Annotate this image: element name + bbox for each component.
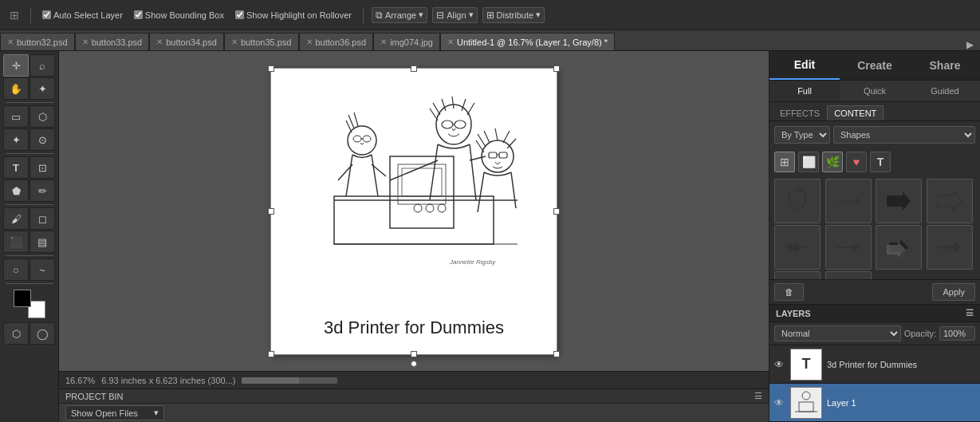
tab-create-label: Create xyxy=(857,59,892,72)
brush-tool-button[interactable]: 🖌 xyxy=(3,207,29,230)
handle-bottom-middle[interactable] xyxy=(411,351,417,357)
project-bin-title: PROJECT BIN xyxy=(65,392,124,401)
shape-apple[interactable] xyxy=(774,179,821,223)
smudge-tool-button[interactable]: ~ xyxy=(30,258,55,281)
hand-tool-button[interactable]: ✋ xyxy=(3,77,29,100)
lasso-tool-button[interactable]: ⬡ xyxy=(30,105,55,128)
delete-button[interactable]: 🗑 xyxy=(774,283,804,301)
handle-bottom-right[interactable] xyxy=(553,351,560,357)
tab-content[interactable]: CONTENT xyxy=(827,105,884,120)
shape-arrow-outline[interactable] xyxy=(927,179,973,223)
shape-arrow-simple[interactable] xyxy=(927,225,973,270)
canvas-wrapper[interactable]: Jannette Rigsby 3d Printer for Dummies xyxy=(59,51,769,371)
tab-share[interactable]: Share xyxy=(910,51,980,80)
align-dropdown[interactable]: ⊟ Align ▾ xyxy=(432,7,477,23)
paint-bucket-button[interactable]: ⬛ xyxy=(3,231,29,253)
dodge-tool-button[interactable]: ○ xyxy=(3,258,29,281)
tab-close-button35[interactable]: ✕ xyxy=(231,37,238,46)
tool-divider-3 xyxy=(6,204,53,205)
handle-bottom-left[interactable] xyxy=(268,351,274,357)
shapes-grid xyxy=(769,176,980,279)
type-tool-button[interactable]: T xyxy=(3,156,29,179)
tab-scroll-right[interactable]: ▶ xyxy=(960,39,980,50)
eraser-tool-button[interactable]: ◻ xyxy=(30,207,55,230)
shape-tool-button[interactable]: ⬟ xyxy=(3,179,29,202)
move-tool-button[interactable]: ✛ xyxy=(3,54,29,77)
tab-button34[interactable]: ✕ button34.psd xyxy=(149,33,224,50)
shape-arrow-right[interactable] xyxy=(825,225,872,270)
canvas-title-value: 3d Printer for Dummies xyxy=(324,317,504,337)
tab-button32[interactable]: ✕ button32.psd xyxy=(0,33,75,50)
sub-tab-full[interactable]: Full xyxy=(769,81,840,101)
canvas-document[interactable]: Jannette Rigsby 3d Printer for Dummies xyxy=(270,68,557,355)
tab-untitled1[interactable]: ✕ Untitled-1 @ 16.7% (Layer 1, Gray/8) * xyxy=(440,33,615,50)
extra-tool-2[interactable]: ◯ xyxy=(30,322,55,345)
tool-divider-1 xyxy=(6,102,53,103)
background-color[interactable] xyxy=(14,290,31,307)
filter-by-type-select[interactable]: By Type xyxy=(774,126,830,144)
sub-tab-guided[interactable]: Guided xyxy=(910,81,980,101)
sub-tab-quick[interactable]: Quick xyxy=(840,81,910,101)
show-highlight-toggle[interactable]: Show Highlight on Rollover xyxy=(232,9,355,22)
extra-tool-1[interactable]: ⬡ xyxy=(3,322,29,345)
layers-options-icon[interactable]: ☰ xyxy=(966,308,974,318)
layer-item-text[interactable]: 👁 T 3d Printer for Dummies xyxy=(769,345,980,384)
zoom-tool-button[interactable]: ⌕ xyxy=(30,54,55,77)
layers-section: LAYERS ☰ Normal Opacity: 👁 T 3d Printer … xyxy=(769,304,980,422)
shape-arrow-double-dots[interactable] xyxy=(774,225,821,270)
opacity-label: Opacity: xyxy=(904,329,936,338)
gradient-button[interactable]: ▤ xyxy=(30,231,55,253)
layer-item-1[interactable]: 👁 Layer 1 xyxy=(769,384,980,422)
status-progress-bar xyxy=(242,377,337,384)
handle-rotation[interactable] xyxy=(411,361,417,367)
shape-arrow-3d[interactable] xyxy=(876,225,922,270)
show-bounding-box-toggle[interactable]: Show Bounding Box xyxy=(131,9,227,22)
color-swatches[interactable] xyxy=(14,290,45,318)
tab-edit[interactable]: Edit xyxy=(769,51,840,80)
tab-effects[interactable]: EFFECTS xyxy=(773,105,827,120)
layer-blend-mode-select[interactable]: Normal xyxy=(774,325,901,341)
eyedropper-tool-button[interactable]: ✦ xyxy=(30,77,55,100)
tab-button36[interactable]: ✕ button36.psd xyxy=(299,33,374,50)
shape-arrow-dots[interactable] xyxy=(825,179,872,223)
tab-close-button32[interactable]: ✕ xyxy=(7,37,14,46)
project-bin-options-icon[interactable]: ☰ xyxy=(754,391,762,401)
pencil-tool-button[interactable]: ✏ xyxy=(30,179,55,202)
text-type-button[interactable]: T xyxy=(870,152,891,172)
filter-shapes-select[interactable]: Shapes xyxy=(833,126,975,144)
tab-close-img074[interactable]: ✕ xyxy=(380,37,387,46)
svg-marker-23 xyxy=(856,197,860,205)
magic-wand-button[interactable]: ✦ xyxy=(3,128,29,151)
frame-type-button[interactable]: ⬜ xyxy=(798,152,819,172)
tab-button35[interactable]: ✕ button35.psd xyxy=(224,33,299,50)
svg-point-37 xyxy=(802,392,810,400)
shape-arrow-curved[interactable] xyxy=(774,271,821,279)
separator2 xyxy=(363,7,364,23)
auto-select-layer-toggle[interactable]: Auto Select Layer xyxy=(39,9,126,22)
tree-type-button[interactable]: 🌿 xyxy=(822,152,843,172)
tab-img074[interactable]: ✕ img074.jpg xyxy=(373,33,440,50)
layer-visibility-1[interactable]: 👁 xyxy=(773,396,785,409)
canvas-title-text: 3d Printer for Dummies xyxy=(271,317,557,338)
tab-button33[interactable]: ✕ button33.psd xyxy=(75,33,150,50)
opacity-input[interactable] xyxy=(939,326,975,341)
all-types-button[interactable]: ⊞ xyxy=(774,152,795,172)
show-files-dropdown[interactable]: Show Open Files ▾ xyxy=(65,405,164,420)
tab-close-untitled1[interactable]: ✕ xyxy=(447,37,454,46)
shape-arrow-right2[interactable] xyxy=(825,271,872,279)
layer-visibility-text[interactable]: 👁 xyxy=(773,358,785,371)
tab-close-button34[interactable]: ✕ xyxy=(156,37,163,46)
tab-close-button33[interactable]: ✕ xyxy=(82,37,89,46)
tab-close-button36[interactable]: ✕ xyxy=(306,37,313,46)
crop-tool-button[interactable]: ⊡ xyxy=(30,156,55,179)
shape-arrow-bold[interactable] xyxy=(876,179,922,223)
arrange-dropdown[interactable]: ⧉ Arrange ▾ xyxy=(372,7,427,23)
heart-type-button[interactable]: ♥ xyxy=(846,152,867,172)
photoshop-logo[interactable]: ⊞ xyxy=(6,7,22,23)
marquee-tool-button[interactable]: ▭ xyxy=(3,105,29,128)
distribute-dropdown[interactable]: ⊞ Distribute ▾ xyxy=(482,7,545,23)
apply-button[interactable]: Apply xyxy=(932,283,975,301)
tool-divider-5 xyxy=(6,283,53,284)
tab-create[interactable]: Create xyxy=(840,51,910,80)
quick-select-button[interactable]: ⊙ xyxy=(30,128,55,151)
